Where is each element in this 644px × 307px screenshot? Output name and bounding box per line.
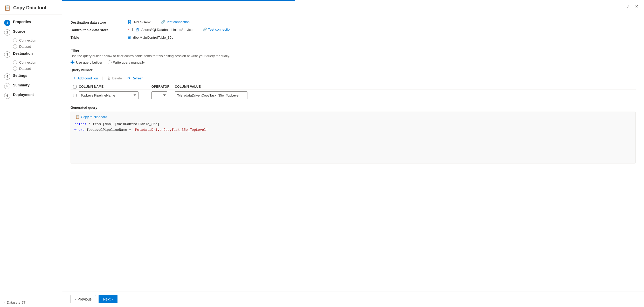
qb-header-check [71, 85, 79, 88]
toolbar-separator: | [102, 76, 103, 80]
query-string-value: 'MetadataDrivenCopyTask_35o_TopLevel' [133, 128, 208, 132]
query-text: select * from [dbo].[MainControlTable_35… [74, 121, 632, 133]
info-value-control-store: * ℹ 🗄 AzureSQLDatabaseLinkedService [128, 28, 192, 32]
info-icon: ℹ [132, 28, 133, 32]
sidebar: 📋 Copy Data tool 1 Properties 2 Source C… [0, 0, 62, 307]
info-row-table: Table ⊞ dbo.MainControlTable_35o [71, 33, 636, 41]
copy-icon: 📋 [75, 115, 80, 119]
info-value-table: ⊞ dbo.MainControlTable_35o [128, 35, 173, 40]
delete-button[interactable]: 🗑 Delete [105, 75, 124, 81]
sidebar-sub-label-source-conn: Connection [19, 38, 36, 42]
step-circle-5: 5 [4, 83, 10, 89]
add-condition-button[interactable]: ＋ Add condition [71, 74, 100, 82]
sidebar-item-label-summary: Summary [13, 83, 30, 88]
sidebar-item-label-settings: Settings [13, 73, 27, 78]
sidebar-item-properties[interactable]: 1 Properties [0, 18, 62, 28]
refresh-icon: ↻ [127, 76, 130, 80]
sql-icon: 🗄 [135, 28, 139, 32]
main-panel: ⤢ ✕ Destination data store 🗄 ADLSGen2 🔗 … [62, 0, 644, 307]
sidebar-sub-source-connection[interactable]: Connection [0, 37, 62, 43]
expand-button[interactable]: ⤢ [625, 3, 631, 10]
refresh-button[interactable]: ↻ Refresh [125, 75, 146, 81]
filter-description: Use the query builder below to filter co… [71, 54, 636, 58]
step-circle-4: 4 [4, 73, 10, 80]
sidebar-sub-label-dest-dataset: Dataset [19, 67, 31, 71]
generated-query-title: Generated query [71, 106, 636, 110]
qb-row-value-wrapper [175, 91, 636, 99]
sidebar-header: 📋 Copy Data tool [0, 0, 62, 15]
info-table: Destination data store 🗄 ADLSGen2 🔗 Test… [71, 18, 636, 41]
table-grid-icon: ⊞ [128, 35, 131, 40]
close-button[interactable]: ✕ [633, 3, 640, 10]
sidebar-item-settings[interactable]: 4 Settings [0, 72, 62, 81]
sidebar-title: Copy Data tool [13, 5, 46, 11]
expand-icon: ⤢ [626, 4, 630, 9]
sidebar-item-label-destination: Destination [13, 51, 33, 56]
step-circle-1: 1 [4, 20, 10, 26]
radio-write-query-manually-input[interactable] [108, 60, 112, 64]
qb-operator-select[interactable]: = != > < [151, 91, 167, 99]
info-row-control-store: Control table data store * ℹ 🗄 AzureSQLD… [71, 26, 636, 33]
test-conn-icon-control: 🔗 [203, 28, 207, 31]
previous-button[interactable]: ‹ Previous [71, 295, 96, 303]
sidebar-sub-destination-connection[interactable]: Connection [0, 59, 62, 65]
sidebar-item-source[interactable]: 2 Source [0, 28, 62, 37]
qb-col-header-value: COLUMN VALUE [175, 85, 636, 88]
qb-row-check [71, 94, 79, 97]
test-connection-control-link[interactable]: 🔗 Test connection [203, 28, 231, 31]
sub-circle-source-conn [13, 38, 17, 42]
radio-use-query-builder-label: Use query builder [76, 60, 102, 64]
query-keyword-select: select [74, 122, 87, 126]
generated-query-box: 📋 Copy to clipboard select * from [dbo].… [71, 112, 636, 163]
sidebar-item-destination[interactable]: 3 Destination [0, 50, 62, 59]
radio-write-query-manually-label: Write query manually [113, 60, 145, 64]
info-label-table: Table [71, 35, 128, 39]
sub-circle-dest-conn [13, 60, 17, 64]
sidebar-bottom-label: Datasets [7, 301, 20, 304]
bottom-bar: ‹ Previous Next › [62, 291, 644, 307]
qb-row-operator-select-wrapper: = != > < [151, 91, 175, 99]
close-icon: ✕ [635, 4, 638, 9]
control-store-name: AzureSQLDatabaseLinkedService [141, 28, 192, 32]
radio-write-query-manually[interactable]: Write query manually [108, 60, 145, 64]
qb-select-all-checkbox[interactable] [73, 85, 77, 88]
sidebar-item-label-deployment: Deployment [13, 92, 34, 98]
copy-clipboard-label: Copy to clipboard [81, 115, 107, 119]
generated-query-section: Generated query 📋 Copy to clipboard sele… [71, 106, 636, 163]
info-value-destination-store: 🗄 ADLSGen2 [128, 20, 151, 24]
sub-circle-source-dataset [13, 44, 17, 49]
sidebar-nav: 1 Properties 2 Source Connection Dataset… [0, 15, 62, 104]
sidebar-item-label-source: Source [13, 29, 25, 34]
info-label-destination-store: Destination data store [71, 20, 128, 24]
sub-circle-dest-dataset [13, 66, 17, 71]
sidebar-bottom-datasets[interactable]: › Datasets 77 [0, 298, 62, 307]
info-label-control-store: Control table data store [71, 28, 128, 32]
copy-to-clipboard-button[interactable]: 📋 Copy to clipboard [74, 114, 108, 119]
next-button[interactable]: Next › [99, 295, 117, 303]
chevron-left-icon: ‹ [75, 297, 76, 301]
query-builder-row: TopLevelPipelineName PipelineName Source… [71, 90, 636, 101]
sidebar-item-label-properties: Properties [13, 19, 31, 25]
filter-section-title: Filter [71, 49, 636, 53]
qb-column-value-input[interactable] [175, 91, 247, 99]
qb-col-header-name: COLUMN NAME [79, 85, 151, 88]
test-conn-icon-dest: 🔗 [161, 20, 165, 24]
radio-use-query-builder-input[interactable] [71, 60, 74, 64]
qb-col-header-operator: OPERATOR [151, 85, 175, 88]
sidebar-sub-destination-dataset[interactable]: Dataset [0, 65, 62, 72]
radio-use-query-builder[interactable]: Use query builder [71, 60, 102, 64]
query-line-2: where TopLevelPipelineName = 'MetadataDr… [74, 127, 632, 133]
test-connection-dest-link[interactable]: 🔗 Test connection [161, 20, 190, 24]
qb-row-column-select-wrapper: TopLevelPipelineName PipelineName Source… [79, 91, 151, 99]
qb-column-name-select[interactable]: TopLevelPipelineName PipelineName Source… [79, 91, 139, 99]
step-circle-2: 2 [4, 29, 10, 36]
query-keyword-where: where [74, 128, 85, 132]
destination-store-name: ADLSGen2 [134, 20, 151, 24]
sidebar-item-summary[interactable]: 5 Summary [0, 81, 62, 91]
qb-row-checkbox[interactable] [73, 94, 77, 97]
sidebar-sub-source-dataset[interactable]: Dataset [0, 43, 62, 50]
step-circle-3: 3 [4, 51, 10, 58]
query-builder-title: Query builder [71, 68, 636, 72]
sidebar-item-deployment[interactable]: 6 Deployment [0, 91, 62, 100]
sidebar-sub-label-dest-conn: Connection [19, 60, 36, 64]
